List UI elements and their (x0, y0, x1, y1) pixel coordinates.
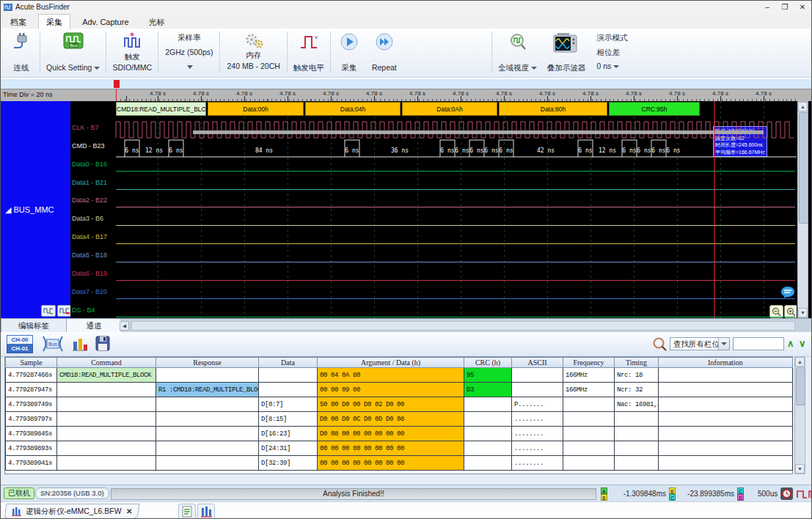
maximize-button[interactable]: ❐ (776, 1, 794, 14)
file-tab-close-icon[interactable]: ✕ (126, 507, 132, 515)
sample-rate-control[interactable]: 采样率 2GHz (500ps) (159, 30, 219, 74)
analysis-status-message: Analysis Finished!! (111, 489, 596, 499)
dropdown-button[interactable] (718, 338, 729, 350)
channel-label[interactable]: DS - B4 (72, 306, 95, 314)
cursor-pair-badge[interactable]: BC (669, 487, 676, 501)
scroll-down-icon[interactable]: ▼ (795, 464, 805, 474)
global-view-button[interactable]: 全域视度 (493, 30, 542, 74)
tab-edit-labels[interactable]: 编辑标签 (1, 319, 67, 333)
search-prev-button[interactable]: ∧ (787, 337, 794, 350)
channel-label[interactable]: Data6 - B19 (72, 270, 107, 277)
search-next-button[interactable]: ∨ (799, 337, 806, 350)
save-button[interactable] (95, 335, 111, 353)
cell-freq (563, 397, 615, 412)
cell-sample: 4.779287466s (6, 368, 57, 383)
column-header[interactable]: Command (57, 358, 156, 368)
connect-label: 连线 (14, 63, 29, 72)
svg-text:6 ns: 6 ns (666, 147, 680, 154)
table-row[interactable]: 4.779389893sD[24:31]00 00 00 00 00 00 00… (6, 441, 793, 456)
memory-control[interactable]: 内存 240 MB - 20CH (221, 30, 285, 74)
document-list-icon (182, 506, 192, 518)
channel-label[interactable]: Data0 - B16 (72, 161, 107, 168)
cell-response (156, 441, 259, 456)
table-vertical-scrollbar[interactable]: ▲ ▼ (794, 356, 805, 474)
cell-arg: 00 00 00 00 00 00 00 00 (318, 456, 464, 471)
scrollbar-thumb[interactable] (799, 112, 808, 224)
column-header[interactable]: ASCII (512, 358, 563, 368)
tab-channel[interactable]: 通道 (66, 319, 122, 333)
tab-capture[interactable]: 采集 (38, 14, 70, 30)
tab-cursor[interactable]: 光标 (141, 14, 173, 30)
channel-label[interactable]: Data1 - B21 (72, 179, 107, 186)
cursor-pair-badge[interactable]: CD (737, 487, 744, 501)
capture-button[interactable]: 采集 (332, 30, 367, 74)
table-row[interactable]: 4.779389749sD[0:7]50 00 D0 00 D0 02 D0 0… (6, 397, 793, 412)
search-field-dropdown[interactable]: 查找所有栏位 (670, 337, 730, 350)
channel-label[interactable]: Data2 - B22 (72, 196, 107, 204)
channel-label[interactable]: CMD - B23 (72, 142, 105, 150)
trigger-sdio-mmc-button[interactable]: 触发 SDIO/MMC (107, 30, 157, 74)
cell-info (659, 383, 793, 397)
cell-sample: 4.779389749s (6, 397, 57, 412)
bus-expand-icon[interactable]: ◢ (5, 205, 11, 214)
tab-adv-capture[interactable]: Adv. Capture (74, 15, 136, 29)
file-tab[interactable]: 逻辑分析仪-eMMC_L6.BFW ✕ (4, 504, 140, 519)
cell-crc (464, 441, 512, 456)
bus-group-panel[interactable]: ◢ BUS_MMC (1, 101, 70, 318)
scrollbar-thumb[interactable] (796, 367, 805, 405)
svg-text:6 ns: 6 ns (440, 147, 454, 154)
channel-label[interactable]: CLK - B7 (72, 124, 99, 131)
statistics-chart-button[interactable] (71, 335, 89, 353)
column-header[interactable]: Argument / Data (h) (318, 358, 464, 368)
table-row[interactable]: 4.779287947sR1 :CMD18:READ_MULTIPLE_BLOC… (6, 383, 793, 397)
column-header[interactable]: Frequency (563, 358, 615, 368)
table-row[interactable]: 4.779287466sCMD18:READ_MULTIPLE_BLOCK00 … (6, 368, 793, 383)
chevron-down-icon (721, 342, 727, 345)
connect-button[interactable]: 连线 (4, 30, 39, 74)
channel-label[interactable]: Data3 - B6 (72, 215, 103, 222)
overlay-scope-button[interactable]: 叠加示波器 (542, 30, 591, 74)
channel-label[interactable]: Data4 - B17 (72, 233, 107, 240)
pulse-view-button[interactable] (796, 487, 808, 500)
column-header[interactable]: CRC (h) (464, 358, 512, 368)
pulse-train-button[interactable] (808, 487, 812, 500)
waveform-vertical-scrollbar[interactable]: ▲ ▼ (797, 101, 808, 318)
channel-pair-button[interactable]: CH-00 CH-01 (7, 335, 33, 353)
minimize-button[interactable]: – (758, 1, 776, 14)
search-input[interactable] (733, 337, 784, 350)
wave-plot[interactable]: BUS_MMC(CLK) 跳变次数=82 时间长度=245.600ns 平均频率… (114, 101, 797, 318)
close-button[interactable]: ✕ (794, 1, 811, 14)
waveform-view-icon (201, 506, 212, 518)
trigger-marker[interactable] (114, 80, 120, 88)
waveform-horizontal-scrollbar[interactable] (131, 321, 795, 331)
trigger-level-button[interactable]: v 触发电平 (288, 30, 329, 74)
quick-setting-button[interactable]: Bus Quick Setting (41, 30, 105, 74)
time-div-label: Time Div = 20 ns (3, 91, 52, 98)
column-header[interactable]: Sample (6, 358, 57, 368)
tab-file[interactable]: 档案 (2, 14, 34, 30)
bus-decode-button[interactable]: Bus (40, 335, 65, 353)
clock-button[interactable] (780, 487, 793, 500)
column-header[interactable]: Data (259, 358, 318, 368)
table-row[interactable]: 4.779389797sD[8:15]D0 00 D0 0C D0 0D D0 … (6, 412, 793, 427)
repeat-button[interactable]: Repeat (367, 30, 402, 74)
cursor-pair-badge[interactable]: AB (601, 487, 607, 501)
scroll-up-icon[interactable]: ▲ (798, 102, 808, 111)
ruler[interactable]: Time Div = 20 ns 4.78 s4.78 s4.78 s4.78 … (1, 89, 812, 102)
column-header[interactable]: Response (156, 358, 259, 368)
scroll-up-icon[interactable]: ▲ (795, 357, 805, 367)
remove-waveform-button[interactable] (57, 305, 72, 317)
report-list-button[interactable] (178, 504, 196, 519)
table-row[interactable]: 4.779389941sD[32:39]00 00 00 00 00 00 00… (6, 456, 793, 471)
column-header[interactable]: Information (659, 358, 793, 368)
table-row[interactable]: 4.779389845sD[16:23]D0 08 00 00 00 00 00… (6, 427, 793, 441)
scroll-down-icon[interactable]: ▼ (798, 308, 808, 317)
column-header[interactable]: Timing (615, 358, 659, 368)
channel-label[interactable]: Data7 - B20 (72, 288, 107, 295)
phase-value-control[interactable]: 0 ns (597, 62, 628, 71)
add-waveform-button[interactable] (41, 305, 56, 317)
cursor-strip[interactable] (1, 79, 812, 89)
new-waveform-view-button[interactable] (197, 504, 215, 519)
channel-label[interactable]: Data5 - B18 (72, 251, 107, 259)
scroll-left-icon[interactable]: ◀ (120, 321, 129, 331)
